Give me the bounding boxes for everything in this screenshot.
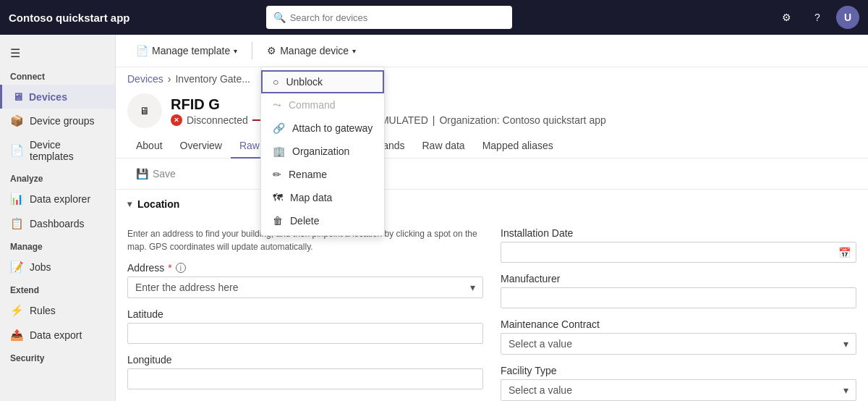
- sidebar-section-security: Security: [0, 347, 115, 366]
- section-chevron-icon[interactable]: ▾: [127, 199, 132, 209]
- toolbar: 📄 Manage template ▾ ⚙ Manage device ▾ ○ …: [116, 35, 868, 67]
- device-icon-symbol: 🖥: [140, 105, 150, 117]
- search-input[interactable]: [290, 12, 505, 23]
- unblock-icon: ○: [273, 76, 278, 88]
- tab-mapped-aliases[interactable]: Mapped aliases: [474, 134, 562, 159]
- manage-template-button[interactable]: 📄 Manage template ▾: [127, 41, 246, 61]
- location-section-header: ▾ Location: [127, 198, 856, 210]
- device-status: ✕ Disconnected 7/2022, 1:08:57 PM | SIMU…: [171, 114, 606, 126]
- sidebar-section-connect: Connect: [0, 66, 115, 85]
- devices-icon: 🖥: [12, 90, 23, 103]
- sidebar-item-device-templates[interactable]: 📄 Device templates: [0, 133, 115, 168]
- dashboards-icon: 📋: [10, 217, 24, 230]
- dropdown-item-map-data[interactable]: 🗺 Map data: [261, 186, 384, 209]
- installation-date-label: Installation Date: [501, 227, 856, 239]
- facility-type-select[interactable]: Select a value ▾: [501, 379, 856, 401]
- dropdown-item-command: ⤳ Command: [261, 93, 384, 117]
- data-export-icon: 📤: [10, 329, 24, 342]
- sidebar-item-jobs[interactable]: 📝 Jobs: [0, 255, 115, 279]
- device-info: RFID G ✕ Disconnected 7/2022, 1:08:57 PM…: [171, 96, 606, 126]
- manufacturer-input[interactable]: [501, 287, 856, 308]
- command-icon: ⤳: [273, 99, 281, 111]
- sidebar-item-label: Device groups: [30, 115, 95, 127]
- content-area: ▾ Location Enter an address to find your…: [116, 190, 868, 401]
- address-placeholder: Enter the address here: [135, 282, 238, 293]
- longitude-input[interactable]: [127, 368, 483, 389]
- device-icon: 🖥: [127, 93, 162, 128]
- tabs: About Overview Raw data Devices Commands…: [116, 134, 868, 159]
- address-field-group: Address * i Enter the address here ▾: [127, 262, 483, 298]
- status-error-icon: ✕: [171, 114, 182, 126]
- device-title: RFID G: [171, 96, 606, 113]
- device-header: 🖥 RFID G ✕ Disconnected 7/2022, 1:08:57 …: [116, 88, 868, 134]
- sidebar-item-rules[interactable]: ⚡ Rules: [0, 298, 115, 323]
- latitude-input[interactable]: [127, 323, 483, 344]
- chevron-down-icon-2: ▾: [352, 47, 356, 55]
- chevron-down-icon: ▾: [843, 384, 848, 396]
- chevron-down-icon: ▾: [843, 338, 848, 350]
- address-select[interactable]: Enter the address here ▾: [127, 277, 483, 298]
- dropdown-item-unblock[interactable]: ○ Unblock: [261, 70, 384, 93]
- sidebar-item-label: Jobs: [30, 261, 51, 273]
- data-explorer-icon: 📊: [10, 193, 24, 206]
- save-icon: 💾: [136, 168, 148, 180]
- attach-gateway-icon: 🔗: [273, 122, 285, 134]
- device-templates-icon: 📄: [10, 144, 24, 157]
- location-form: Enter an address to find your building, …: [127, 227, 856, 401]
- facility-type-group: Facility Type Select a value ▾: [501, 365, 856, 401]
- manage-device-dropdown: ○ Unblock ⤳ Command 🔗 Attach to gateway …: [260, 67, 385, 236]
- facility-placeholder: Select a value: [509, 384, 572, 396]
- rules-icon: ⚡: [10, 304, 24, 317]
- location-right-col: Installation Date 📅 Manufacturer: [501, 227, 856, 401]
- device-groups-icon: 📦: [10, 114, 24, 127]
- map-data-icon: 🗺: [273, 192, 283, 203]
- location-left-col: Enter an address to find your building, …: [127, 227, 483, 401]
- breadcrumb-root[interactable]: Devices: [127, 73, 163, 85]
- required-marker: *: [168, 262, 171, 274]
- address-info-icon[interactable]: i: [176, 263, 186, 273]
- search-bar[interactable]: 🔍: [266, 6, 512, 29]
- rename-icon: ✏: [273, 169, 281, 180]
- sidebar-item-label: Devices: [29, 91, 67, 103]
- breadcrumb-separator: ›: [168, 73, 171, 85]
- maintenance-contract-group: Maintenance Contract Select a value ▾: [501, 318, 856, 355]
- delete-icon: 🗑: [273, 215, 283, 227]
- sidebar-item-data-export[interactable]: 📤 Data export: [0, 323, 115, 347]
- template-icon: 📄: [136, 45, 148, 56]
- tab-raw-data2[interactable]: Raw data: [414, 134, 474, 159]
- longitude-field-group: Longitude: [127, 354, 483, 389]
- sidebar-item-label: Dashboards: [30, 218, 85, 229]
- sidebar-section-manage: Manage: [0, 236, 115, 255]
- gear-icon: ⚙: [782, 12, 791, 23]
- dropdown-item-delete[interactable]: 🗑 Delete: [261, 209, 384, 232]
- sidebar-item-devices[interactable]: 🖥 Devices: [0, 85, 115, 109]
- sidebar-item-dashboards[interactable]: 📋 Dashboards: [0, 211, 115, 236]
- installation-date-input[interactable]: [501, 242, 856, 263]
- manage-device-button[interactable]: ⚙ Manage device ▾: [258, 41, 365, 61]
- organization-icon: 🏢: [273, 145, 285, 157]
- sidebar-item-data-explorer[interactable]: 📊 Data explorer: [0, 187, 115, 211]
- dropdown-item-rename[interactable]: ✏ Rename: [261, 163, 384, 186]
- help-button[interactable]: ?: [806, 6, 829, 29]
- save-button[interactable]: 💾 Save: [127, 164, 184, 183]
- topbar: Contoso quickstart app 🔍 ⚙ ? U: [0, 0, 868, 35]
- jobs-icon: 📝: [10, 261, 24, 274]
- longitude-label: Longitude: [127, 354, 483, 366]
- calendar-icon: 📅: [838, 247, 851, 258]
- dropdown-item-attach-gateway[interactable]: 🔗 Attach to gateway: [261, 117, 384, 140]
- settings-button[interactable]: ⚙: [775, 6, 799, 29]
- dropdown-item-organization[interactable]: 🏢 Organization: [261, 140, 384, 163]
- sidebar-item-device-groups[interactable]: 📦 Device groups: [0, 109, 115, 133]
- tab-overview[interactable]: Overview: [171, 134, 231, 159]
- sidebar-section-analyze: Analyze: [0, 168, 115, 187]
- sidebar: ☰ Connect 🖥 Devices 📦 Device groups 📄 De…: [0, 35, 116, 401]
- tab-about[interactable]: About: [127, 134, 171, 159]
- facility-type-label: Facility Type: [501, 365, 856, 376]
- help-icon: ?: [814, 12, 820, 23]
- topbar-icons: ⚙ ? U: [775, 6, 859, 29]
- avatar[interactable]: U: [836, 6, 859, 29]
- hamburger-button[interactable]: ☰: [0, 41, 115, 66]
- sidebar-item-label: Rules: [30, 305, 56, 316]
- search-icon: 🔍: [273, 12, 286, 23]
- maintenance-contract-select[interactable]: Select a value ▾: [501, 333, 856, 355]
